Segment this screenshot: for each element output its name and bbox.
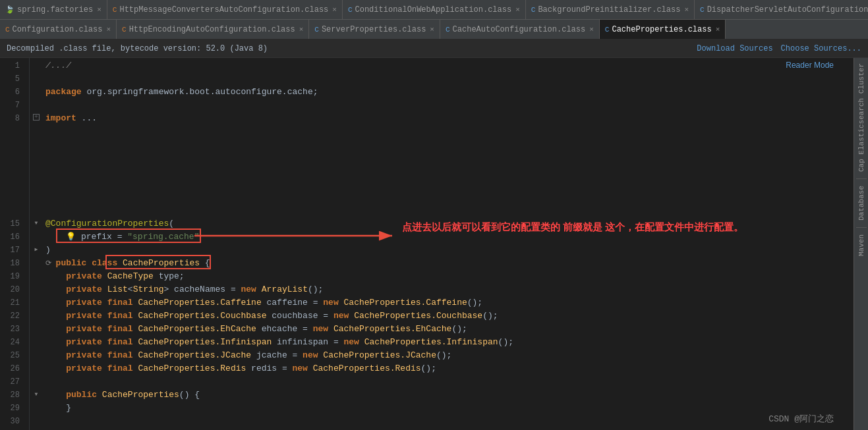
tab-label: HttpMessageConvertersAutoConfiguration.c… [119, 5, 328, 14]
spring-icon: 🍃 [5, 5, 14, 14]
tab-configuration[interactable]: C Configuration.class × [0, 20, 117, 39]
gutter-b7 [30, 203, 43, 216]
class-icon: C [314, 26, 319, 34]
code-line-29: } [43, 402, 854, 415]
gutter-23 [30, 321, 43, 335]
tab-label: CacheAutoConfiguration.class [453, 25, 586, 34]
code-token: new [344, 336, 364, 349]
sidebar-tab-maven[interactable]: Maven [855, 229, 867, 261]
code-line-20: private List<String> cacheNames = new Ar… [43, 283, 854, 296]
gutter-30 [30, 414, 43, 427]
gutter-18 [30, 255, 43, 269]
tab-close[interactable]: × [515, 6, 520, 14]
tab-close[interactable]: × [589, 26, 594, 34]
code-token: CacheProperties [123, 257, 200, 270]
tab-http-encoding[interactable]: C HttpEncodingAutoConfiguration.class × [117, 20, 309, 39]
fold-icon-8[interactable]: + [33, 114, 40, 121]
code-token: final [107, 362, 138, 375]
sidebar-divider-2 [856, 227, 867, 228]
tab-server-props[interactable]: C ServerProperties.class × [309, 20, 440, 39]
code-line-26: private final CacheProperties.Redis redi… [43, 362, 854, 375]
code-line-15: @ConfigurationProperties( [43, 217, 854, 230]
tab-close[interactable]: × [684, 6, 689, 14]
code-token: private [66, 309, 107, 323]
code-token: private [66, 270, 107, 283]
tab-close[interactable]: × [106, 26, 111, 34]
line-num-16: 16 [0, 230, 24, 244]
code-line-6: package org.springframework.boot.autocon… [43, 86, 854, 99]
code-token: { [200, 257, 210, 270]
tab-http-msg[interactable]: C HttpMessageConvertersAutoConfiguration… [107, 0, 343, 19]
code-token: > cacheNames = [163, 283, 241, 296]
gutter-22 [30, 308, 43, 321]
tab-spring-factories[interactable]: 🍃 spring.factories × [0, 0, 107, 19]
class-icon: C [348, 6, 353, 14]
code-token: (); [421, 362, 436, 375]
code-token [45, 362, 66, 375]
gutter-b5 [30, 176, 43, 190]
code-token: CacheProperties.Redis [313, 362, 421, 375]
code-token: org.springframework.boot.autoconfigure.c… [86, 86, 318, 99]
line-num-30: 30 [0, 415, 24, 428]
tab-bar-row1: 🍃 spring.factories × C HttpMessageConver… [0, 0, 868, 20]
code-token: infinispan = [272, 336, 343, 349]
tab-background-pre[interactable]: C BackgroundPreinitializer.class × [526, 0, 695, 19]
code-token: CacheProperties.Redis [138, 362, 246, 375]
tab-close[interactable]: × [97, 6, 101, 14]
tab-dispatcher[interactable]: C DispatcherServletAutoConfiguration.cla… [695, 0, 868, 19]
tab-conditional-web[interactable]: C ConditionalOnWebApplication.class × [343, 0, 526, 19]
code-token: package [45, 86, 86, 99]
gutter-29 [30, 400, 43, 414]
gutter-28[interactable] [30, 387, 43, 400]
choose-sources-button[interactable]: Choose Sources... [781, 44, 861, 53]
tab-cache-properties[interactable]: C CacheProperties.class × [600, 20, 726, 39]
line-num-6: 6 [0, 86, 24, 99]
spring-reload-icon: ⟳ [45, 257, 56, 270]
gutter-27 [30, 374, 43, 387]
code-token: private [66, 323, 107, 336]
class-icon: C [700, 6, 705, 14]
code-line-28: public CacheProperties() { [43, 389, 854, 402]
line-num-7: 7 [0, 99, 24, 112]
code-token: / [66, 59, 71, 72]
tab-close[interactable]: × [332, 6, 337, 14]
code-token: CacheProperties.Caffeine [344, 296, 467, 309]
code-token: CacheProperties [102, 389, 179, 402]
tab-close[interactable]: × [716, 26, 720, 34]
gutter-17[interactable] [30, 242, 43, 255]
code-token: final [107, 309, 138, 323]
code-token: CacheType [107, 270, 154, 283]
tab-label: HttpEncodingAutoConfiguration.class [129, 25, 295, 34]
code-token: /... [45, 59, 66, 72]
class-icon: C [446, 26, 450, 34]
tab-label: spring.factories [17, 5, 93, 14]
code-token [45, 389, 66, 402]
line-num-28: 28 [0, 389, 24, 402]
gutter-25 [30, 348, 43, 361]
tab-close[interactable]: × [299, 26, 304, 34]
editor-area: Reader Mode 1 5 6 7 8 15 16 [0, 58, 868, 430]
sidebar-tab-database[interactable]: Database [855, 180, 867, 226]
code-line-7 [43, 99, 854, 112]
code-token: redis = [246, 362, 292, 375]
code-line-23: private final CacheProperties.EhCache eh… [43, 323, 854, 336]
class-icon: C [605, 26, 610, 34]
fold-icon-28[interactable] [35, 390, 38, 398]
sidebar-tab-elasticsearch[interactable]: Cap Elasticsearch Cluster [855, 58, 867, 177]
fold-icon-15[interactable] [35, 219, 38, 227]
tab-close[interactable]: × [430, 26, 434, 34]
tab-cache-auto[interactable]: C CacheAutoConfiguration.class × [440, 20, 600, 39]
download-sources-button[interactable]: Download Sources [697, 44, 772, 53]
code-token: public [56, 257, 92, 270]
fold-icon-17[interactable] [35, 246, 38, 253]
gutter-8[interactable]: + [30, 111, 43, 124]
gutter-24 [30, 335, 43, 348]
line-num-blank2 [0, 138, 24, 151]
code-line-8: import ... [43, 112, 854, 125]
code-token: CacheProperties.Infinispan [138, 336, 272, 349]
code-token: CacheProperties.JCache [323, 349, 436, 362]
gutter-15[interactable] [30, 216, 43, 229]
csdn-watermark: CSDN @阿门之恋 [768, 413, 834, 425]
code-token: final [107, 349, 138, 362]
code-token [45, 283, 66, 296]
